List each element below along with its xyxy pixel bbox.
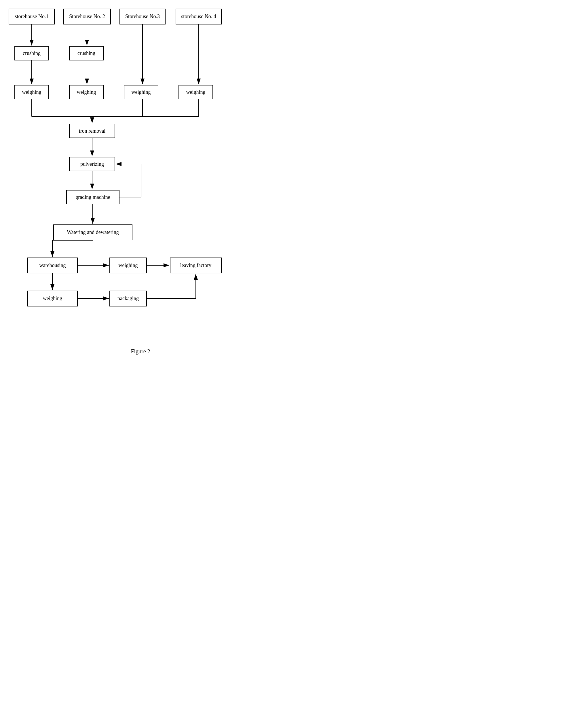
storehouse4-box: storehouse No. 4 xyxy=(176,9,222,24)
storehouse2-box: Storehouse No. 2 xyxy=(63,9,111,24)
weighing-out-label: weighing xyxy=(119,262,138,268)
figure-caption: Figure 2 xyxy=(0,348,281,361)
iron-removal-box: iron removal xyxy=(69,124,115,138)
flowchart-diagram: storehouse No.1 Storehouse No. 2 Storeho… xyxy=(0,0,281,345)
weighing3-box: weighing xyxy=(124,85,158,99)
crushing2-label: crushing xyxy=(77,50,95,56)
packaging-label: packaging xyxy=(117,296,139,302)
weighing-pkg-box: weighing xyxy=(27,291,78,306)
watering-dewatering-label: Watering and dewatering xyxy=(67,229,119,235)
storehouse1-box: storehouse No.1 xyxy=(9,9,55,24)
grading-machine-label: grading machine xyxy=(75,194,110,200)
storehouse4-label: storehouse No. 4 xyxy=(181,14,216,20)
warehousing-label: warehousing xyxy=(39,262,66,268)
grading-machine-box: grading machine xyxy=(66,190,119,204)
leaving-factory-label: leaving factory xyxy=(180,262,211,268)
weighing-pkg-label: weighing xyxy=(43,296,62,302)
packaging-box: packaging xyxy=(109,291,147,306)
weighing2-label: weighing xyxy=(77,89,96,95)
storehouse3-label: Storehouse No.3 xyxy=(125,14,160,20)
crushing1-label: crushing xyxy=(23,50,41,56)
storehouse1-label: storehouse No.1 xyxy=(15,14,49,20)
pulverizing-label: pulverizing xyxy=(80,161,104,167)
watering-dewatering-box: Watering and dewatering xyxy=(53,224,132,240)
weighing-out-box: weighing xyxy=(109,258,147,273)
storehouse3-box: Storehouse No.3 xyxy=(119,9,165,24)
storehouse2-label: Storehouse No. 2 xyxy=(69,14,105,20)
crushing2-box: crushing xyxy=(69,46,104,60)
warehousing-box: warehousing xyxy=(27,258,78,273)
pulverizing-box: pulverizing xyxy=(69,157,115,171)
weighing1-label: weighing xyxy=(22,89,41,95)
weighing3-label: weighing xyxy=(131,89,151,95)
leaving-factory-box: leaving factory xyxy=(170,258,222,273)
weighing2-box: weighing xyxy=(69,85,104,99)
weighing4-box: weighing xyxy=(178,85,213,99)
weighing4-label: weighing xyxy=(186,89,205,95)
iron-removal-label: iron removal xyxy=(79,128,105,134)
weighing1-box: weighing xyxy=(14,85,49,99)
crushing1-box: crushing xyxy=(14,46,49,60)
